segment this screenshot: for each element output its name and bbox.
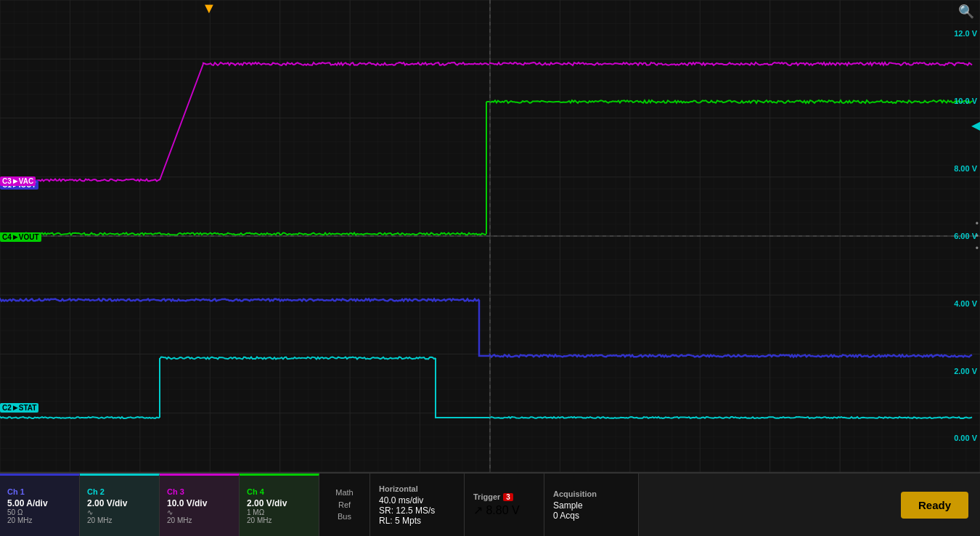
bottom-panel: Ch 1 5.00 A/div 50 Ω 20 MHz Ch 2 2.00 V/… [0,472,980,536]
ch4-label: Ch 4 [247,487,311,496]
ch2-impedance: ∿ [87,508,152,516]
ready-button[interactable]: Ready [901,492,968,519]
oscilloscope-screen: ▼ 🔍 ••• ◀ 12.0 V 10.0 V 8.00 V 6.00 V 4.… [0,0,980,472]
ch3-marker: C3 ▶ VAC [0,176,36,186]
ch4-marker: C4 ▶ VOUT [0,232,41,242]
ch3-bandwidth: 20 MHz [167,516,232,524]
ch4-bandwidth: 20 MHz [247,516,311,524]
trigger-symbol: ↗ [473,504,483,516]
ch2-info[interactable]: Ch 2 2.00 V/div ∿ 20 MHz [80,474,160,536]
ch1-bandwidth: 20 MHz [7,516,72,524]
acquisition-info[interactable]: Acquisition Sample 0 Acqs [544,474,639,536]
math-ref-bus-bus: Bus [338,511,351,523]
math-ref-bus-ref: Ref [338,499,351,511]
trigger-info[interactable]: Trigger 3 ↗ 8.80 V [465,474,544,536]
trigger-indicator: ▼ [202,0,216,17]
ch1-div: 5.00 A/div [7,498,72,508]
horizontal-title: Horizontal [379,484,455,493]
ch1-impedance: 50 Ω [7,508,72,516]
dots-indicator: ••• [976,218,979,254]
trigger-symbol-value: ↗ 8.80 V [473,503,535,517]
ch3-impedance: ∿ [167,508,232,516]
waveform-canvas [0,0,980,472]
ch4-impedance: 1 MΩ [247,508,311,516]
ch2-label: Ch 2 [87,487,152,496]
horizontal-record-length: RL: 5 Mpts [379,516,455,526]
ch1-label: Ch 1 [7,487,72,496]
horizontal-sample-rate: SR: 12.5 MS/s [379,505,455,516]
ch2-bandwidth: 20 MHz [87,516,152,524]
ch3-label: Ch 3 [167,487,232,496]
acquisition-title: Acquisition [553,490,629,498]
ch3-info[interactable]: Ch 3 10.0 V/div ∿ 20 MHz [160,474,240,536]
trigger-value: 8.80 V [486,504,519,516]
ch4-div: 2.00 V/div [247,498,311,508]
trigger-title: Trigger 3 [473,492,535,501]
ch2-marker: C2 ▶ STAT [0,403,38,413]
ch3-div: 10.0 V/div [167,498,232,508]
trigger-arrow-marker: ◀ [971,118,980,132]
trigger-badge: 3 [503,493,513,501]
acquisition-mode: Sample [553,500,629,511]
horizontal-info[interactable]: Horizontal 40.0 ms/div SR: 12.5 MS/s RL:… [370,474,465,536]
search-icon: 🔍 [958,4,974,20]
math-ref-bus-label: Math [335,487,353,499]
acquisition-count: 0 Acqs [553,511,629,521]
ch2-div: 2.00 V/div [87,498,152,508]
horizontal-time-div: 40.0 ms/div [379,495,455,505]
ch1-info[interactable]: Ch 1 5.00 A/div 50 Ω 20 MHz [0,474,80,536]
math-ref-bus-button[interactable]: Math Ref Bus [319,474,370,536]
trigger-label: Trigger [473,492,500,501]
ch4-info[interactable]: Ch 4 2.00 V/div 1 MΩ 20 MHz [240,474,319,536]
